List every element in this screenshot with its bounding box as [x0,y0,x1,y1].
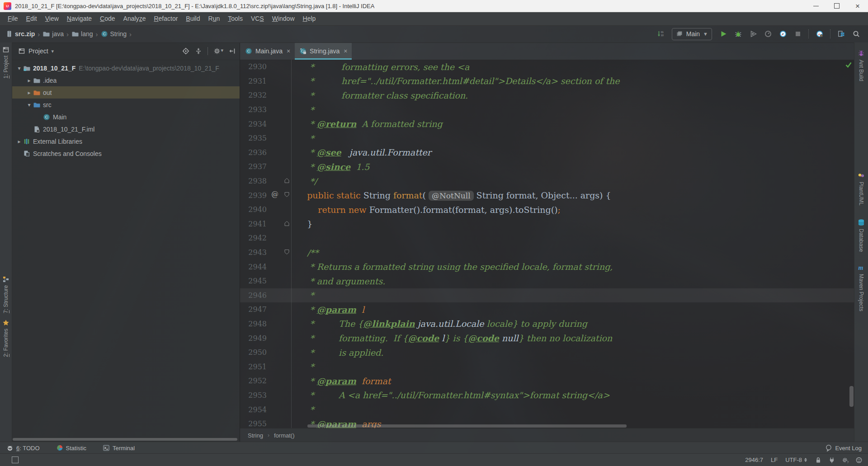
code-line-2943[interactable]: 2943 /** [240,245,854,260]
code-line-2940[interactable]: 2940 return new Formatter().format(forma… [240,202,854,217]
tree-expand-icon[interactable]: ▾ [25,102,33,108]
close-tab-icon[interactable]: × [344,47,347,55]
code-line-2933[interactable]: 2933 * [240,103,854,117]
monitor-button[interactable] [778,28,788,39]
stop-button[interactable] [793,28,803,39]
code-line-2932[interactable]: 2932 * formatter class specification. [240,88,854,103]
menu-refactor[interactable]: Refactor [150,15,182,22]
code-line-2938[interactable]: 2938 */ [240,174,854,188]
debug-button[interactable] [733,28,744,39]
coverage-button[interactable] [748,28,759,39]
tool-stripe-ant-build[interactable]: Ant Build [854,50,868,81]
code-line-2947[interactable]: 2947 * @param l [240,302,854,317]
profiler-button[interactable] [763,28,774,39]
code-line-2953[interactable]: 2953 * A <a href="../util/Formatter.html… [240,388,854,403]
breadcrumb-item[interactable]: CString [101,30,127,38]
code-line-2946[interactable]: 2946 * [240,288,854,303]
event-log-button[interactable]: Event Log [825,444,862,452]
hide-panel-button[interactable] [229,47,236,55]
fold-down-icon[interactable] [284,249,290,257]
code-line-2931[interactable]: 2931 * href="../util/Formatter.html#deta… [240,74,854,89]
close-tab-icon[interactable]: × [287,47,290,55]
project-horizontal-scrollbar[interactable] [13,438,237,441]
tool-window-button-terminal[interactable]: Terminal [103,444,135,452]
minimize-button[interactable] [806,0,826,12]
project-panel-title[interactable]: Project [28,47,48,55]
code-line-2939[interactable]: 2939@ public static String format( @NotN… [240,188,854,202]
tool-stripe-maven-projects[interactable]: mMaven Projects [854,264,868,311]
tree-expand-icon[interactable]: ▸ [25,77,33,84]
code-line-2937[interactable]: 2937 * @since 1.5 [240,160,854,174]
code-line-2930[interactable]: 2930 * formatting errors, see the <a [240,60,854,74]
tree-item-2018-10-21-f[interactable]: ▾2018_10_21_F E:\tongpao-dev\data\java_p… [12,62,240,74]
search-button[interactable] [851,28,862,39]
plug-status-button[interactable] [828,457,835,464]
code-line-2948[interactable]: 2948 * The {@linkplain java.util.Locale … [240,317,854,331]
menu-tools[interactable]: Tools [224,15,247,22]
run-configuration-select[interactable]: Main▼ [672,28,712,40]
menu-file[interactable]: File [4,15,22,22]
editor-vertical-scrollbar[interactable] [849,386,854,407]
inspections-ok-icon[interactable] [845,61,852,68]
code-line-2944[interactable]: 2944 * Returns a formatted string using … [240,259,854,274]
tree-expand-icon[interactable]: ▸ [15,138,23,145]
fold-up-icon[interactable] [284,177,290,185]
tool-window-button-6-todo[interactable]: 6: TODO [6,444,40,452]
code-line-2951[interactable]: 2951 * [240,359,854,374]
gear-button[interactable]: ▾ [213,47,223,55]
breadcrumb-item[interactable]: java [42,30,64,38]
code-line-2945[interactable]: 2945 * and arguments. [240,274,854,288]
code-line-2949[interactable]: 2949 * formatting. If {@code l} is {@cod… [240,331,854,345]
editor-breadcrumb-format[interactable]: format() [274,432,295,439]
tree-expand-icon[interactable]: ▾ [15,65,23,71]
code-line-2942[interactable]: 2942 [240,231,854,245]
tree-item-scratches-and-consoles[interactable]: Scratches and Consoles [12,147,240,160]
lock-status-button[interactable] [815,457,822,464]
menu-code[interactable]: Code [96,15,119,22]
line-ending[interactable]: LF [771,457,778,463]
menu-navigate[interactable]: Navigate [63,15,96,22]
tool-window-toggle-icon[interactable] [12,457,19,463]
target-button[interactable] [182,47,189,55]
user-face-status-button[interactable] [855,457,863,464]
menu-window[interactable]: Window [268,15,299,22]
sort-columns-button[interactable]: 0110 [655,28,666,39]
file-encoding[interactable]: UTF-8 [785,457,807,463]
close-button[interactable]: × [847,0,868,12]
menu-view[interactable]: View [41,15,63,22]
tool-window-button-statistic[interactable]: Statistic [56,444,87,452]
tree-item-out[interactable]: ▸out [12,86,240,99]
maximize-button[interactable] [826,0,847,12]
breadcrumb-item[interactable]: lang [71,30,93,38]
code-line-2950[interactable]: 2950 * is applied. [240,345,854,360]
code-line-2935[interactable]: 2935 * [240,131,854,146]
code-line-2952[interactable]: 2952 * @param format [240,374,854,388]
code-line-2954[interactable]: 2954 * [240,402,854,417]
menu-vcs[interactable]: VCS [247,15,268,22]
menu-run[interactable]: Run [204,15,224,22]
code-line-2934[interactable]: 2934 * @return A formatted string [240,117,854,131]
editor-breadcrumb-string[interactable]: String [248,432,263,439]
code-editor[interactable]: 2930 * formatting errors, see the <a2931… [240,60,854,428]
attach-profiler-button[interactable] [814,28,825,39]
tree-item-src[interactable]: ▾src [12,99,240,111]
tree-item-external-libraries[interactable]: ▸External Libraries [12,135,240,147]
tool-stripe-plantuml[interactable]: PlantUML [854,172,868,206]
tab-main-java[interactable]: CMain.java× [241,42,295,60]
fold-down-icon[interactable] [284,191,290,199]
menu-edit[interactable]: Edit [22,15,41,22]
tree-item--idea[interactable]: ▸.idea [12,74,240,86]
tree-item-2018-10-21-f-iml[interactable]: 2018_10_21_F.iml [12,123,240,135]
code-line-2936[interactable]: 2936 * @see java.util.Formatter [240,146,854,160]
tree-expand-icon[interactable]: ▸ [25,89,33,96]
collapse-all-button[interactable] [195,47,202,55]
run-button[interactable] [718,28,729,39]
menu-analyze[interactable]: Analyze [119,15,150,22]
menu-build[interactable]: Build [182,15,204,22]
code-line-2941[interactable]: 2941 } [240,217,854,231]
breadcrumb-item[interactable]: src.zip [5,30,35,38]
caret-position[interactable]: 2946:7 [745,457,763,463]
gear-question-status-button[interactable]: ? [842,457,849,464]
annotation-gutter-icon[interactable]: @ [271,190,278,198]
fold-up-icon[interactable] [284,220,290,228]
